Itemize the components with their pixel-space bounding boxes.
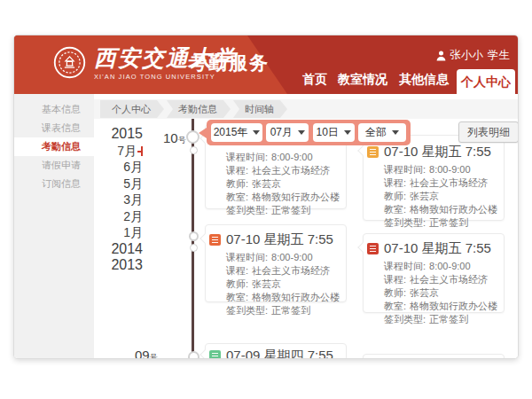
card-detail-line: 签到类型:正常签到 bbox=[384, 216, 497, 230]
timeline-month-7[interactable]: 7月 bbox=[76, 143, 143, 160]
timeline-month-5[interactable]: 5月 bbox=[76, 176, 143, 192]
card-detail-line: 课程:社会主义市场经济 bbox=[226, 264, 339, 278]
timeline-month-1[interactable]: 1月 bbox=[76, 224, 143, 241]
attendance-card[interactable]: 07-10 星期五 7:55 课程时间:8:00-9:00课程:社会主义市场经济… bbox=[205, 224, 347, 302]
card-detail-line: 教室:格物致知行政办公楼 bbox=[384, 203, 497, 216]
card-detail-line: 教师:张芸京 bbox=[226, 278, 339, 291]
university-seal-icon bbox=[53, 46, 86, 79]
card-detail-line: 教师:张芸京 bbox=[384, 286, 497, 300]
timeline-node-mid-small bbox=[190, 244, 198, 252]
attendance-status-icon bbox=[209, 350, 221, 359]
card-date-title: 07-10 星期五 7:55 bbox=[384, 240, 491, 257]
chevron-down-icon bbox=[392, 130, 399, 138]
content-area: 基本信息 课表信息 考勤信息 请假申请 订阅信息 个人中心 考勤信息 时间轴 2… bbox=[14, 94, 519, 359]
card-header: 07-10 星期五 7:55 bbox=[367, 240, 497, 257]
card-date-title: 07-10 星期五 7:55 bbox=[226, 231, 333, 248]
attendance-card[interactable]: 07-10 星期五 7:55 课程时间:8:00-9:00课程:社会主义市场经济… bbox=[363, 233, 505, 313]
card-header: 07-10 星期五 7:55 bbox=[367, 144, 497, 160]
attendance-card-partial[interactable] bbox=[363, 354, 505, 359]
card-notch bbox=[357, 145, 367, 155]
card-header: 07-09 星期四 7:55 bbox=[209, 348, 339, 359]
card-detail-line: 课程时间:8:00-9:00 bbox=[384, 163, 497, 176]
card-detail-line: 签到类型:正常签到 bbox=[226, 304, 339, 317]
card-date-title: 07-09 星期四 7:55 bbox=[226, 348, 333, 359]
card-notch bbox=[357, 242, 367, 252]
timeline-node-day10-large bbox=[186, 130, 200, 144]
timeline-node-day09 bbox=[188, 351, 200, 359]
breadcrumb-attendance-info[interactable]: 考勤信息 bbox=[167, 100, 231, 118]
attendance-status-icon bbox=[367, 146, 379, 158]
card-details: 课程时间:8:00-9:00课程:社会主义市场经济教师:张芸京教室:格物致知行政… bbox=[226, 151, 339, 217]
timeline-month-3[interactable]: 3月 bbox=[76, 192, 143, 208]
card-detail-line: 课程时间:8:00-9:00 bbox=[384, 260, 497, 273]
chevron-down-icon bbox=[253, 130, 260, 138]
timeline-month-2[interactable]: 2月 bbox=[76, 208, 143, 225]
day-select[interactable]: 10日 bbox=[313, 123, 355, 142]
current-month-marker bbox=[137, 146, 143, 156]
timeline-year-2014[interactable]: 2014 bbox=[76, 241, 143, 258]
breadcrumb-timeline[interactable]: 时间轴 bbox=[233, 100, 287, 118]
attendance-status-icon bbox=[367, 243, 379, 254]
nav-item-home[interactable]: 首页 bbox=[300, 72, 330, 88]
list-detail-button[interactable]: 列表明细 bbox=[458, 121, 519, 143]
timeline-day-label-10: 10号 bbox=[163, 130, 186, 146]
card-detail-line: 课程时间:8:00-9:00 bbox=[226, 251, 339, 264]
timeline-date-nav: 2015 7月 6月 5月 3月 2月 1月 2014 2013 bbox=[76, 126, 143, 274]
app-header: 西安交通大学 XI'AN JIAO TONG UNIVERSITY 考勤服务 张… bbox=[14, 35, 518, 94]
timeline-node-mid-large bbox=[189, 231, 199, 241]
user-icon bbox=[436, 51, 446, 61]
timeline-month-6[interactable]: 6月 bbox=[76, 159, 143, 176]
timeline-year-2013[interactable]: 2013 bbox=[76, 257, 143, 274]
month-select[interactable]: 07月 bbox=[266, 123, 309, 142]
breadcrumb-personal-center[interactable]: 个人中心 bbox=[100, 100, 164, 118]
breadcrumb: 个人中心 考勤信息 时间轴 bbox=[94, 99, 519, 119]
nav-tab-personal-center[interactable]: 个人中心 bbox=[457, 69, 515, 94]
chevron-down-icon bbox=[298, 130, 305, 138]
page: 西安交通大学 XI'AN JIAO TONG UNIVERSITY 考勤服务 张… bbox=[0, 0, 532, 399]
chevron-down-icon bbox=[344, 130, 351, 138]
nav-item-other[interactable]: 其他信息 bbox=[397, 72, 450, 88]
card-notch bbox=[200, 349, 209, 359]
card-detail-line: 教室:格物致知行政办公楼 bbox=[384, 300, 497, 313]
user-name: 张小小 bbox=[450, 48, 484, 63]
card-detail-line: 签到类型:正常签到 bbox=[226, 204, 339, 217]
card-details: 课程时间:8:00-9:00课程:社会主义市场经济教师:张芸京教室:格物致知行政… bbox=[226, 251, 339, 317]
attendance-status-icon bbox=[209, 234, 221, 246]
nav-item-classroom[interactable]: 教室情况 bbox=[336, 72, 389, 88]
card-detail-line: 课程:社会主义市场经济 bbox=[226, 164, 339, 177]
timeline-year-2015[interactable]: 2015 bbox=[76, 126, 143, 143]
timeline-node-day10-small bbox=[190, 146, 198, 154]
card-detail-line: 教师:张芸京 bbox=[384, 190, 497, 203]
card-detail-line: 教师:张芸京 bbox=[226, 177, 339, 191]
filter-pointer-arrow bbox=[199, 128, 207, 138]
type-select[interactable]: 全部 bbox=[358, 123, 406, 142]
card-detail-line: 课程:社会主义市场经济 bbox=[384, 273, 497, 286]
card-header: 07-10 星期五 7:55 bbox=[209, 231, 339, 248]
year-select[interactable]: 2015年 bbox=[211, 123, 262, 142]
user-role: 学生 bbox=[488, 48, 510, 63]
date-filter-bar: 2015年 07月 10日 全部 bbox=[207, 120, 411, 145]
card-detail-line: 课程时间:8:00-9:00 bbox=[226, 151, 339, 164]
card-notch bbox=[200, 233, 209, 243]
service-title: 考勤服务 bbox=[188, 51, 270, 75]
sidebar-item-basic-info[interactable]: 基本信息 bbox=[14, 100, 94, 119]
card-detail-line: 签到类型:正常签到 bbox=[384, 313, 497, 326]
card-details: 课程时间:8:00-9:00课程:社会主义市场经济教师:张芸京教室:格物致知行政… bbox=[384, 163, 497, 230]
card-details: 课程时间:8:00-9:00课程:社会主义市场经济教师:张芸京教室:格物致知行政… bbox=[384, 260, 497, 326]
app-window: 西安交通大学 XI'AN JIAO TONG UNIVERSITY 考勤服务 张… bbox=[13, 35, 519, 359]
card-detail-line: 教室:格物致知行政办公楼 bbox=[226, 191, 339, 204]
card-detail-line: 教室:格物致知行政办公楼 bbox=[226, 291, 339, 304]
user-info[interactable]: 张小小 学生 bbox=[436, 48, 511, 63]
timeline-day-label-09: 09号 bbox=[135, 348, 158, 359]
card-detail-line: 课程:社会主义市场经济 bbox=[384, 176, 497, 190]
attendance-card[interactable]: 07-10 星期五 7:55 课程时间:8:00-9:00课程:社会主义市场经济… bbox=[363, 135, 505, 221]
card-date-title: 07-10 星期五 7:55 bbox=[384, 144, 491, 160]
attendance-card[interactable]: 07-09 星期四 7:55 bbox=[205, 343, 347, 359]
